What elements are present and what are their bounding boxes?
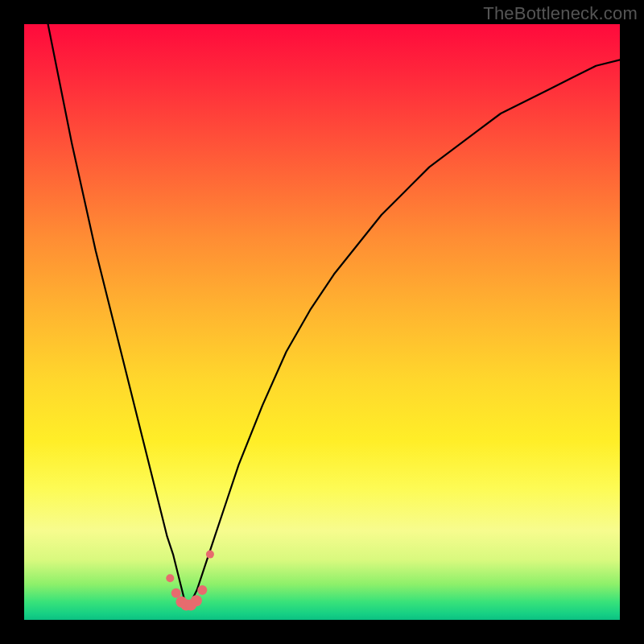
bottleneck-curve (48, 24, 620, 602)
minimum-marker (197, 585, 207, 595)
plot-area (24, 24, 620, 620)
minimum-marker (171, 588, 181, 598)
watermark-text: TheBottleneck.com (483, 3, 638, 24)
minimum-marker (206, 551, 214, 559)
minimum-marker (191, 595, 202, 606)
curve-svg (24, 24, 620, 620)
minimum-marker (166, 574, 174, 582)
chart-frame: TheBottleneck.com (0, 0, 644, 644)
